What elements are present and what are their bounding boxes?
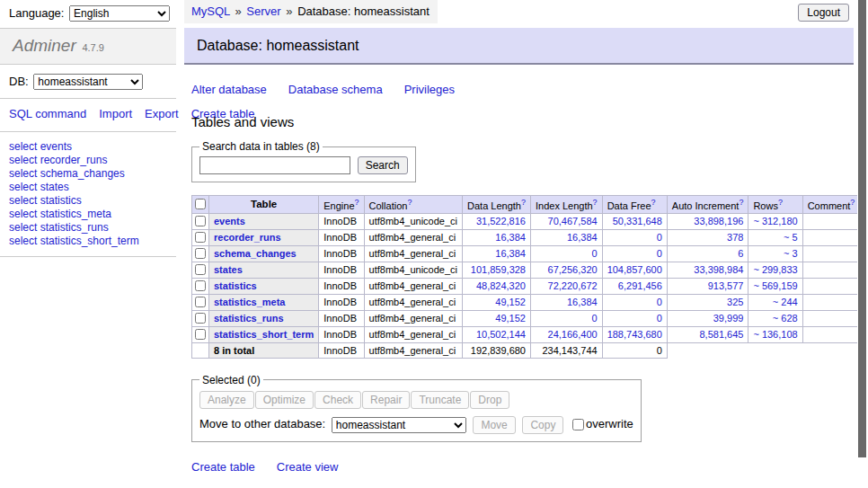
auto-increment-link[interactable]: 33,398,984 [694,264,743,275]
auto-increment-link[interactable]: 325 [727,297,743,307]
index-length-link[interactable]: 24,166,400 [548,329,598,340]
data-length-link[interactable]: 101,859,328 [471,264,526,275]
data-length-link[interactable]: 48,824,320 [476,280,526,291]
sidebar-table-link[interactable]: select recorder_runs [9,154,176,167]
table-name-link[interactable]: events [214,216,245,226]
auto-increment-link[interactable]: 8,581,645 [699,329,743,340]
overwrite-label[interactable]: overwrite [572,417,633,430]
move-db-select[interactable]: homeassistant [332,417,466,433]
table-name-link[interactable]: states [214,264,243,275]
truncate-button[interactable]: Truncate [411,391,469,409]
sidebar-table-link[interactable]: select states [9,181,176,194]
row-checkbox[interactable] [195,248,206,259]
index-length-link[interactable]: 70,467,584 [548,216,598,226]
row-checkbox[interactable] [195,264,206,275]
rows-count-link[interactable]: ~ 244 [773,297,798,307]
breadcrumb-mysql-link[interactable]: MySQL [191,4,230,18]
rows-count-link[interactable]: ~ 3 [784,248,798,259]
index-length-link[interactable]: 16,384 [567,232,598,243]
help-icon[interactable]: ? [593,198,598,207]
auto-increment-link[interactable]: 33,898,196 [694,216,743,226]
rows-count-link[interactable]: ~ 136,108 [753,329,797,340]
check-button[interactable]: Check [314,391,361,409]
index-length-link[interactable]: 72,220,672 [548,280,598,291]
row-checkbox[interactable] [195,280,206,291]
db-action-link[interactable]: Privileges [404,83,455,96]
help-icon[interactable]: ? [651,198,656,207]
create-link[interactable]: Create table [191,460,255,474]
sidebar-action-link[interactable]: Import [99,107,132,120]
help-icon[interactable]: ? [407,198,412,207]
index-length-link[interactable]: 67,256,320 [548,264,598,275]
search-button[interactable]: Search [358,156,408,174]
sidebar-table-link[interactable]: select statistics_runs [9,221,176,235]
row-checkbox[interactable] [195,232,206,243]
data-free-link[interactable]: 0 [657,297,662,307]
logout-button[interactable]: Logout [798,4,849,22]
auto-increment-link[interactable]: 39,999 [713,313,744,324]
table-name-link[interactable]: statistics_short_term [214,329,314,340]
help-icon[interactable]: ? [355,198,359,207]
drop-button[interactable]: Drop [470,391,509,409]
help-icon[interactable]: ? [850,198,855,207]
table-name-link[interactable]: statistics [214,280,257,291]
rows-count-link[interactable]: ~ 299,833 [753,264,797,275]
data-free-link[interactable]: 104,857,600 [607,264,662,275]
table-name-link[interactable]: schema_changes [214,248,297,259]
rows-count-link[interactable]: ~ 5 [784,232,798,243]
sidebar-table-link[interactable]: select events [9,140,176,154]
row-checkbox[interactable] [195,297,206,307]
sidebar-action-link[interactable]: SQL command [9,107,86,120]
optimize-button[interactable]: Optimize [255,391,314,409]
row-checkbox[interactable] [195,216,206,226]
table-name-link[interactable]: statistics_runs [214,313,284,324]
language-select[interactable]: English [69,5,170,22]
help-icon[interactable]: ? [739,198,743,207]
sidebar-table-link[interactable]: select schema_changes [9,167,176,181]
sidebar-table-link[interactable]: select statistics [9,194,176,208]
data-length-link[interactable]: 49,152 [495,297,526,307]
rows-count-link[interactable]: ~ 312,180 [753,216,797,226]
data-free-link[interactable]: 0 [657,248,662,259]
help-icon[interactable]: ? [521,198,526,207]
create-link[interactable]: Create view [277,460,339,474]
sidebar-table-link[interactable]: select statistics_meta [9,208,176,221]
data-length-link[interactable]: 10,502,144 [476,329,526,340]
auto-increment-link[interactable]: 378 [727,232,743,243]
search-input[interactable] [199,156,350,174]
adminer-logo-link[interactable]: Adminer [13,36,76,55]
select-all-checkbox[interactable] [195,199,206,209]
db-action-link[interactable]: Database schema [288,83,383,96]
auto-increment-link[interactable]: 913,577 [708,280,744,291]
index-length-link[interactable]: 0 [592,248,598,259]
data-length-link[interactable]: 16,384 [495,248,526,259]
data-length-link[interactable]: 49,152 [495,313,526,324]
rows-count-link[interactable]: ~ 569,159 [753,280,797,291]
index-length-link[interactable]: 0 [592,313,598,324]
row-checkbox[interactable] [195,313,206,324]
data-free-link[interactable]: 0 [657,313,662,324]
scrollbar-thumb[interactable] [858,0,866,457]
data-free-link[interactable]: 188,743,680 [607,329,662,340]
data-free-link[interactable]: 0 [657,232,662,243]
repair-button[interactable]: Repair [362,391,410,409]
breadcrumb-server-link[interactable]: Server [246,4,280,18]
analyze-button[interactable]: Analyze [199,391,254,409]
db-action-link[interactable]: Alter database [191,83,267,96]
auto-increment-link[interactable]: 6 [738,248,743,259]
table-name-link[interactable]: statistics_meta [214,297,286,307]
scrollbar[interactable] [857,0,868,488]
data-free-link[interactable]: 6,291,456 [618,280,662,291]
move-button[interactable]: Move [473,416,515,434]
rows-count-link[interactable]: ~ 628 [773,313,798,324]
row-checkbox[interactable] [195,329,206,340]
index-length-link[interactable]: 16,384 [567,297,598,307]
help-icon[interactable]: ? [778,198,783,207]
db-select[interactable]: homeassistant [33,74,143,90]
overwrite-checkbox[interactable] [572,419,584,430]
table-name-link[interactable]: recorder_runs [214,232,281,243]
sidebar-action-link[interactable]: Export [145,107,179,120]
data-free-link[interactable]: 50,331,648 [613,216,662,226]
data-length-link[interactable]: 31,522,816 [476,216,526,226]
copy-button[interactable]: Copy [522,416,563,434]
